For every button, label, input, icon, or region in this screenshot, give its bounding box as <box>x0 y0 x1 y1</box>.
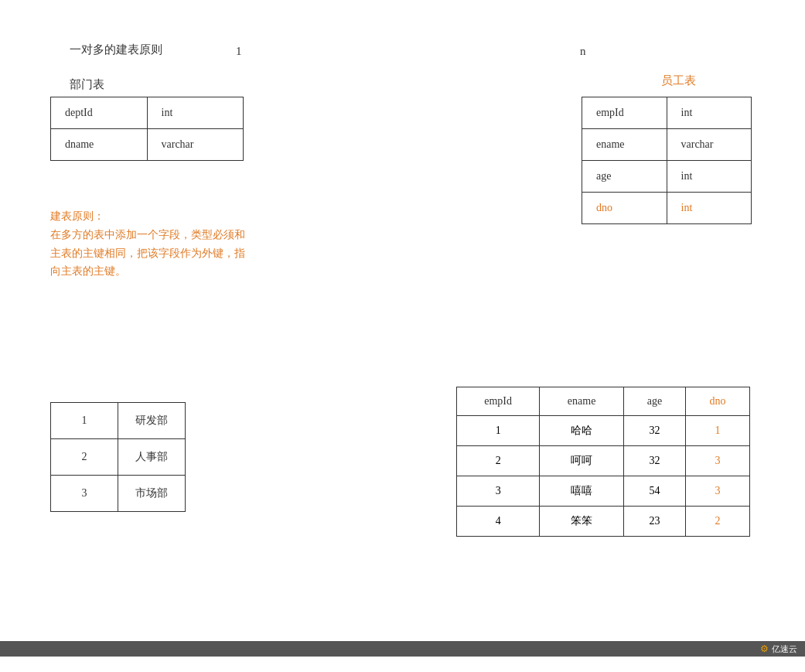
cell-dept-name-2: 人事部 <box>118 439 186 476</box>
cell-empid-type: int <box>667 97 752 129</box>
table-row: 3 嘻嘻 54 3 <box>457 476 750 507</box>
dept-data-table: 1 研发部 2 人事部 3 市场部 <box>50 402 186 512</box>
brand-label: 亿速云 <box>772 643 797 655</box>
cell-age-type: int <box>667 161 752 193</box>
table-row: 3 市场部 <box>51 476 186 512</box>
table-row: deptId int <box>51 97 244 129</box>
cell-dept-id-1: 1 <box>51 403 118 439</box>
cell-4-age: 23 <box>623 507 685 537</box>
table-row: 1 研发部 <box>51 403 186 439</box>
table-row: 4 笨笨 23 2 <box>457 507 750 537</box>
cell-4-empid: 4 <box>457 507 540 537</box>
cell-3-ename: 嘻嘻 <box>540 476 624 507</box>
cell-dept-name-3: 市场部 <box>118 476 186 512</box>
rule-title: 建表原则： <box>50 207 251 226</box>
cell-deptid-name: deptId <box>51 97 148 129</box>
cell-3-age: 54 <box>623 476 685 507</box>
cell-2-empid: 2 <box>457 446 540 476</box>
emp-schema-table: empId int ename varchar age int dno int <box>582 97 752 224</box>
table-row: 1 哈哈 32 1 <box>457 416 750 446</box>
table-row: 2 人事部 <box>51 439 186 476</box>
cell-deptid-type: int <box>147 97 244 129</box>
rule-body: 在多方的表中添加一个字段，类型必须和主表的主键相同，把该字段作为外键，指向主表的… <box>50 226 251 281</box>
cell-1-age: 32 <box>623 416 685 446</box>
label-one: 1 <box>236 45 242 58</box>
cell-dept-name-1: 研发部 <box>118 403 186 439</box>
cell-dno-name: dno <box>582 193 667 224</box>
cell-2-dno: 3 <box>686 446 750 476</box>
emp-table-label: 员工表 <box>661 73 696 88</box>
cell-dept-id-3: 3 <box>51 476 118 512</box>
cell-2-ename: 呵呵 <box>540 446 624 476</box>
bottom-bar: ⚙ 亿速云 <box>0 641 805 657</box>
table-row: dno int <box>582 193 752 224</box>
page-title: 一对多的建表原则 <box>70 43 162 57</box>
cell-empid-name: empId <box>582 97 667 129</box>
table-row: age int <box>582 161 752 193</box>
col-ename: ename <box>540 387 624 416</box>
cell-ename-type: varchar <box>667 129 752 161</box>
cell-ename-name: ename <box>582 129 667 161</box>
cell-dept-id-2: 2 <box>51 439 118 476</box>
dept-schema-table: deptId int dname varchar <box>50 97 244 161</box>
table-row: 2 呵呵 32 3 <box>457 446 750 476</box>
cell-dno-type: int <box>667 193 752 224</box>
emp-data-table: empId ename age dno 1 哈哈 32 1 2 呵呵 32 3 … <box>456 387 750 537</box>
cell-3-dno: 3 <box>686 476 750 507</box>
cell-1-empid: 1 <box>457 416 540 446</box>
cell-age-name: age <box>582 161 667 193</box>
cell-3-empid: 3 <box>457 476 540 507</box>
cell-1-ename: 哈哈 <box>540 416 624 446</box>
dept-table-label: 部门表 <box>70 77 104 92</box>
table-header-row: empId ename age dno <box>457 387 750 416</box>
rule-text-block: 建表原则： 在多方的表中添加一个字段，类型必须和主表的主键相同，把该字段作为外键… <box>50 207 251 281</box>
cell-2-age: 32 <box>623 446 685 476</box>
table-row: dname varchar <box>51 129 244 161</box>
table-row: empId int <box>582 97 752 129</box>
cell-1-dno: 1 <box>686 416 750 446</box>
col-dno: dno <box>686 387 750 416</box>
cell-dname-name: dname <box>51 129 148 161</box>
col-empid: empId <box>457 387 540 416</box>
table-row: ename varchar <box>582 129 752 161</box>
brand-icon: ⚙ <box>760 643 769 655</box>
cell-4-ename: 笨笨 <box>540 507 624 537</box>
cell-4-dno: 2 <box>686 507 750 537</box>
col-age: age <box>623 387 685 416</box>
label-n: n <box>580 45 586 58</box>
cell-dname-type: varchar <box>147 129 244 161</box>
